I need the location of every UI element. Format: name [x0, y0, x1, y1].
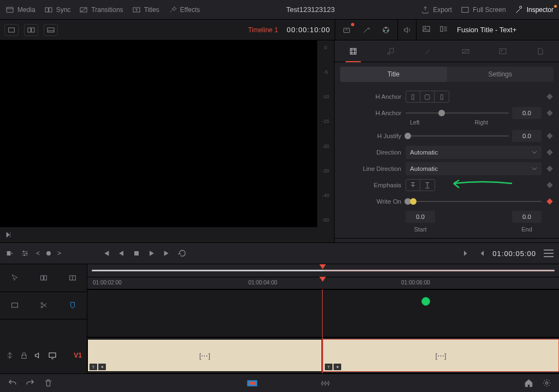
keyframe-button[interactable]: [546, 132, 554, 140]
first-frame-icon[interactable]: [102, 249, 110, 258]
fullscreen-button[interactable]: Full Screen: [461, 5, 506, 14]
title-segment[interactable]: Title: [340, 67, 447, 82]
trash-icon[interactable]: [44, 378, 53, 388]
video-tab[interactable]: [342, 40, 364, 62]
select-tool[interactable]: [7, 270, 23, 286]
audio-mute-button[interactable]: [401, 24, 413, 36]
clip-list-button[interactable]: [439, 25, 450, 35]
clip-1[interactable]: [⋯] T✦: [87, 339, 322, 372]
next-marker-icon[interactable]: [4, 230, 13, 239]
anchor-center-icon[interactable]: ▢: [420, 91, 435, 102]
top-left-group: Media Sync Transitions Titles Effects: [5, 5, 200, 14]
slider-thumb[interactable]: [405, 133, 411, 139]
home-icon[interactable]: [524, 378, 533, 388]
track-label[interactable]: V1: [74, 352, 82, 359]
timeline-tracks[interactable]: [⋯] T✦ [⋯] T✦ V1: [87, 289, 559, 373]
keyframe-button-active[interactable]: [546, 198, 554, 205]
play-reverse-icon[interactable]: [117, 249, 126, 258]
h-anchor-slider[interactable]: [406, 112, 509, 114]
blade-tool[interactable]: [35, 298, 52, 313]
view-mode-2-button[interactable]: [24, 24, 38, 36]
undo-icon[interactable]: [8, 378, 17, 388]
marker-tool[interactable]: [64, 298, 81, 313]
sync-button[interactable]: Sync: [44, 5, 71, 14]
h-anchor-toggle[interactable]: ▯ ▢ ▯: [406, 91, 449, 103]
clip-2-selected[interactable]: [⋯] T✦: [323, 339, 559, 372]
color-button[interactable]: [380, 24, 392, 36]
speaker-icon[interactable]: [34, 351, 43, 360]
view-mode-1-button[interactable]: [4, 24, 19, 36]
keyframe-button[interactable]: [546, 165, 554, 173]
cut-page-icon[interactable]: [246, 378, 258, 388]
next-clip-icon[interactable]: [462, 249, 471, 258]
fx-badge-icon: ✦: [98, 364, 106, 370]
playhead-timecode[interactable]: 01:00:05:00: [492, 250, 536, 258]
prev-clip-icon[interactable]: [477, 249, 486, 258]
tab-spacing-section[interactable]: Tab Spacing: [335, 238, 559, 242]
fx-wand-icon: [424, 47, 432, 56]
clip-thumb-button[interactable]: [422, 25, 433, 35]
lock-icon[interactable]: [20, 351, 28, 360]
play-icon[interactable]: [147, 249, 156, 258]
transition-tab[interactable]: [455, 40, 477, 62]
expand-track-icon[interactable]: [5, 351, 14, 360]
h-anchor-value[interactable]: 0.0: [512, 107, 542, 119]
export-button[interactable]: Export: [421, 5, 452, 14]
edit-page-icon[interactable]: [319, 378, 331, 388]
timeline-zone: 01:00:02:00 01:00:04:00 01:00:06:00 [⋯] …: [0, 264, 559, 373]
inspector-button[interactable]: Inspector: [515, 5, 554, 14]
video-track-1[interactable]: [⋯] T✦ [⋯] T✦: [87, 337, 559, 373]
h-justify-slider[interactable]: [406, 135, 509, 136]
writeon-start-value[interactable]: 0.0: [406, 211, 435, 223]
effects-button[interactable]: Effects: [168, 5, 200, 14]
empty-track-area[interactable]: [87, 289, 559, 337]
transitions-button[interactable]: Transitions: [79, 5, 123, 14]
writeon-end-thumb[interactable]: [410, 198, 417, 205]
anchor-right-icon[interactable]: ▯: [435, 91, 449, 102]
titles-button[interactable]: Titles: [132, 5, 159, 14]
writeon-slider[interactable]: [406, 201, 542, 202]
effects-tab[interactable]: [417, 40, 439, 62]
settings-sliders-icon[interactable]: [21, 249, 29, 258]
timeline-main[interactable]: 01:00:02:00 01:00:04:00 01:00:06:00 [⋯] …: [87, 264, 559, 373]
snap-tool[interactable]: [7, 298, 23, 313]
loop-icon[interactable]: [178, 249, 187, 258]
redo-icon[interactable]: [26, 378, 35, 388]
anchor-left-icon[interactable]: ▯: [406, 91, 420, 102]
keyframe-button[interactable]: [546, 93, 554, 100]
monitor-icon[interactable]: [48, 351, 57, 360]
record-dot-icon[interactable]: [46, 251, 51, 256]
timeline-name[interactable]: Timeline 1: [248, 26, 278, 34]
bypass-fusion-button[interactable]: [341, 24, 353, 36]
playhead[interactable]: [322, 289, 323, 373]
strikethrough-icon[interactable]: T: [406, 180, 420, 191]
inspector-segment: Title Settings: [340, 67, 554, 82]
media-button[interactable]: Media: [5, 5, 35, 14]
svg-rect-6: [9, 28, 15, 32]
writeon-end-value[interactable]: 0.0: [512, 211, 542, 223]
insert-mode-icon[interactable]: [5, 249, 14, 258]
timeline-menu-button[interactable]: [544, 250, 554, 257]
blade-tool-2[interactable]: [64, 270, 81, 286]
wand-button[interactable]: [360, 24, 372, 36]
underline-icon[interactable]: T: [420, 180, 435, 191]
h-justify-value[interactable]: 0.0: [512, 130, 542, 142]
line-direction-dropdown[interactable]: Automatic: [406, 162, 542, 175]
file-tab[interactable]: [530, 40, 551, 62]
emphasis-toggle[interactable]: T T: [406, 179, 435, 191]
gear-icon[interactable]: [542, 378, 551, 388]
direction-dropdown[interactable]: Automatic: [406, 146, 542, 159]
stop-icon[interactable]: [132, 249, 141, 258]
slider-thumb[interactable]: [438, 110, 445, 116]
viewer-canvas[interactable]: [0, 40, 317, 227]
keyframe-button[interactable]: [546, 181, 554, 189]
keyframe-button[interactable]: [546, 149, 554, 156]
keyframe-button[interactable]: [546, 109, 554, 117]
image-tab[interactable]: [492, 40, 514, 62]
settings-segment[interactable]: Settings: [447, 67, 554, 82]
trim-tool[interactable]: [35, 270, 52, 286]
source-timecode[interactable]: 00:00:10:00: [287, 26, 330, 34]
view-mode-3-button[interactable]: [44, 24, 58, 36]
audio-tab[interactable]: [380, 40, 402, 62]
last-frame-icon[interactable]: [163, 249, 171, 258]
